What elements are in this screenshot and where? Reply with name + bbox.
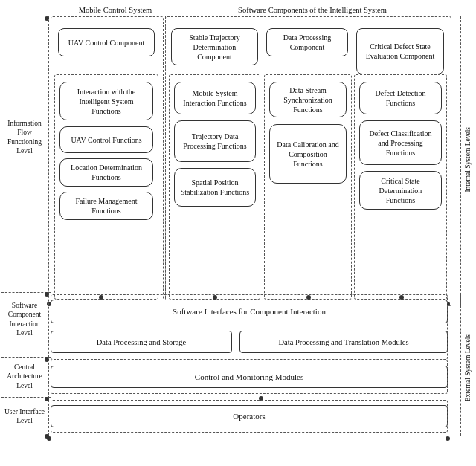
right-internal-line xyxy=(460,16,461,306)
diagram-container: Mobile Control System Software Component… xyxy=(0,0,476,466)
mobile-system-interaction-box: Mobile System Interaction Functions xyxy=(174,82,256,114)
data-stream-sync-box: Data Stream Synchronization Functions xyxy=(269,82,347,117)
level-label-information: Information Flow Functioning Level xyxy=(1,119,48,155)
software-component-level-box xyxy=(51,294,448,360)
spatial-position-box: Spatial Position Stabilization Functions xyxy=(174,168,256,207)
dot-tl xyxy=(45,16,49,21)
defect-detection-box: Defect Detection Functions xyxy=(359,82,442,114)
h-line-1 xyxy=(1,292,51,293)
dot-l2 xyxy=(45,357,49,362)
dot-l1 xyxy=(45,292,49,297)
dot-bl xyxy=(45,434,49,439)
interaction-intelligent-box: Interaction with the Intelligent System … xyxy=(60,82,153,120)
right-external-label: External System Levels xyxy=(461,297,475,439)
level-label-software: Software Component Interaction Level xyxy=(1,301,48,337)
data-processing-component: Data Processing Component xyxy=(266,28,348,56)
data-calibration-box: Data Calibration and Composition Functio… xyxy=(269,124,347,184)
right-internal-label: Internal System Levels xyxy=(461,22,475,297)
h-line-2 xyxy=(1,357,51,358)
uav-control-component: UAV Control Component xyxy=(58,28,155,56)
level-label-user: User Interface Level xyxy=(1,407,48,426)
critical-defect-component: Critical Defect State Evaluation Compone… xyxy=(356,28,444,74)
failure-management-box: Failure Management Functions xyxy=(60,192,153,220)
central-arch-level-box xyxy=(51,360,448,394)
h-line-3 xyxy=(1,397,51,398)
stable-trajectory-component: Stable Trajectory Determination Componen… xyxy=(171,28,258,65)
user-interface-level-box xyxy=(51,400,448,433)
dot-l3 xyxy=(45,397,49,401)
defect-classification-box: Defect Classification and Processing Fun… xyxy=(359,120,442,165)
left-levels-line xyxy=(48,16,49,436)
level-label-central: Central Architecture Level xyxy=(1,363,48,390)
uav-control-functions-box: UAV Control Functions xyxy=(60,126,153,153)
top-label-mobile: Mobile Control System xyxy=(67,6,164,14)
top-label-software: Software Components of the Intelligent S… xyxy=(190,6,435,14)
location-determination-box: Location Determination Functions xyxy=(60,158,153,187)
critical-state-box: Critical State Determination Functions xyxy=(359,171,442,210)
trajectory-data-box: Trajectory Data Processing Functions xyxy=(174,120,256,162)
dot-bottom-right xyxy=(446,436,450,441)
right-external-line xyxy=(460,294,461,436)
